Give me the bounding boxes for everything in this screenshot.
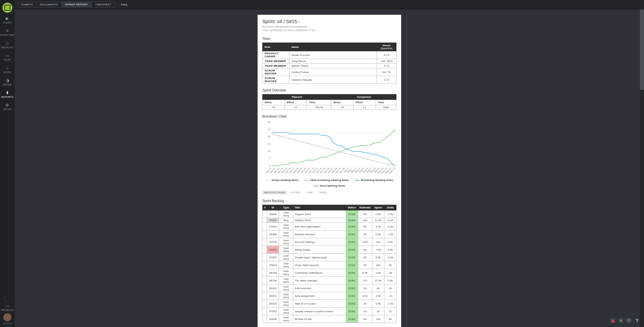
- report-subtitle-1: Accounts management accomplished!: [262, 25, 396, 28]
- subtab-time[interactable]: TIME: [305, 191, 315, 194]
- backlog-heading: Sprint Backlog: [262, 199, 396, 203]
- svg-text:25: 25: [268, 128, 270, 131]
- svg-text:20: 20: [268, 135, 270, 138]
- version-label: v4.19.2: [0, 322, 15, 325]
- print-button[interactable]: Print: [121, 3, 127, 6]
- svg-text:0: 0: [269, 165, 270, 167]
- team-row: PRODUCT OWNERDusan Kocurek0 / 0: [263, 51, 396, 59]
- tab-documents[interactable]: DOCUMENTS: [36, 2, 61, 7]
- collapse-toggle[interactable]: [4, 296, 10, 302]
- backlog-row: 80291User storyAuto-assignmentDONE4.5h3.…: [263, 292, 396, 300]
- burndown-heading: Burndown Chart: [262, 115, 396, 118]
- help-icon[interactable]: ?: [634, 318, 640, 324]
- svg-text:15: 15: [268, 143, 270, 145]
- backlog-row: 57457BugDefects S#15DONE12h11.5h-0.5h: [263, 218, 396, 223]
- report-page: Sprint: v4 / S#15 - Accounts management …: [258, 15, 401, 327]
- overview-completed: Completed: [331, 94, 396, 100]
- topbar: CHARTSDOCUMENTSSPRINT REPORTTIMESHEET Pr…: [15, 0, 644, 9]
- chart-legend: Scope backlog items Ideal remaining back…: [262, 179, 396, 187]
- nav-start![interactable]: ▶START!: [0, 14, 15, 26]
- team-row: TEAM MEMBERJuraj Pikora136 / 80.5: [263, 59, 396, 64]
- nav-plan[interactable]: ▭PLAN: [0, 51, 15, 64]
- backlog-row: 24865User storyBilling detailsDONE4h7.5h…: [263, 246, 396, 254]
- tab-timesheet[interactable]: TIMESHEET: [91, 2, 115, 7]
- nav-backlog[interactable]: ◇BACKLOG: [0, 39, 15, 51]
- tab-sprint-report[interactable]: SPRINT REPORT: [61, 2, 92, 7]
- sidebar: ▶START!≡STORY MAP◇BACKLOG▭PLAN⌂WORK◑RETR…: [0, 0, 15, 327]
- svg-text:30: 30: [268, 121, 270, 123]
- tab-charts[interactable]: CHARTS: [17, 2, 36, 7]
- backlog-row: 66000User storyRename accountDONE2h0.5h-…: [263, 231, 396, 238]
- backlog-row: 80315User storyTask ID on a cardDONE2h0.…: [263, 300, 396, 308]
- backlog-row: 81041User storyEdit commentDONE2h0h-2h: [263, 284, 396, 292]
- team-row: SCRUM MASTERVladimir Oleksak0 / 0: [263, 76, 396, 84]
- backlog-table: #IDTypeTitleStatusEstimateSpentDelta 939…: [262, 205, 396, 323]
- team-col-name: Name: [289, 43, 377, 51]
- overview-planned: Planned: [263, 94, 331, 100]
- team-col-hours: Hours (Spent/Est): [377, 43, 396, 51]
- projects-label[interactable]: PROJECTS: [0, 309, 15, 311]
- subtab-effort[interactable]: EFFORT: [289, 191, 303, 194]
- team-row: SCRUM MASTEROndrej Proksa64 / 70: [263, 68, 396, 76]
- info-icon[interactable]: ⓘ: [626, 318, 632, 324]
- backlog-row: 43640User storyBI/Task ID linkDONE6h14h8…: [263, 315, 396, 323]
- tag-icon[interactable]: 🔖: [610, 318, 616, 324]
- team-heading: Team: [262, 37, 396, 41]
- chart-subtabs: BACKLOG ITEMSEFFORTTIMETASKS: [262, 191, 396, 194]
- edit-icon[interactable]: ✎: [618, 318, 624, 324]
- nav-retro[interactable]: ◑RETRO: [0, 76, 15, 88]
- overview-table: Planned Completed ItemsEffortTimeItemsEf…: [262, 94, 396, 110]
- backlog-row: 29624User storyClose Start! accountDONE5…: [263, 261, 396, 269]
- team-table: Role Name Hours (Spent/Est) PRODUCT OWNE…: [262, 43, 396, 84]
- backlog-row: 93906User storySupport S#15DONE2h0.5h-1.…: [263, 210, 396, 218]
- overview-heading: Sprint Overview: [262, 88, 396, 92]
- svg-text:5: 5: [269, 157, 270, 159]
- subtab-tasks[interactable]: TASKS: [317, 191, 329, 194]
- user-avatar[interactable]: [3, 313, 11, 321]
- report-subtitle-2: From 11/04/2016 11:40 to 13/05/2016 17:0…: [262, 28, 396, 32]
- backlog-row: 96798User storyThe latest changesDONE17h…: [263, 277, 396, 284]
- nav-work[interactable]: ⌂WORK: [0, 64, 15, 76]
- backlog-row: 97057User storyGoogle login / signup spo…: [263, 254, 396, 261]
- app-logo[interactable]: [2, 3, 12, 13]
- projects-icon[interactable]: ▭: [0, 304, 15, 308]
- team-row: TEAM MEMBERMarian Tkacik0 / 0: [263, 64, 396, 68]
- scrollbar-thumb[interactable]: [640, 9, 644, 90]
- backlog-row: 98794User storyComments notificationsDON…: [263, 269, 396, 277]
- backlog-row: 97076User storyAccount SettingsDONE5.5h1…: [263, 238, 396, 246]
- backlog-row: 97070User storyAdd new organizationDONE5…: [263, 223, 396, 231]
- team-col-role: Role: [263, 43, 289, 51]
- floating-actions: 🔖 ✎ ⓘ ?: [610, 318, 640, 324]
- subtab-backlog-items[interactable]: BACKLOG ITEMS: [262, 191, 287, 194]
- burndown-chart: 051015202530Apr 11Apr 12Apr 13Apr 14Apr …: [262, 120, 396, 177]
- report-title: Sprint: v4 / S#15 -: [262, 19, 396, 24]
- nav-setup[interactable]: ⚙SETUP: [0, 101, 15, 113]
- nav-story-map[interactable]: ≡STORY MAP: [0, 26, 15, 39]
- nav-reports[interactable]: ⬍REPORTS: [0, 88, 15, 101]
- svg-text:10: 10: [268, 150, 270, 152]
- backlog-row: 97053User storyDisplay release in sprint…: [263, 308, 396, 315]
- workspace: Sprint: v4 / S#15 - Accounts management …: [15, 9, 644, 327]
